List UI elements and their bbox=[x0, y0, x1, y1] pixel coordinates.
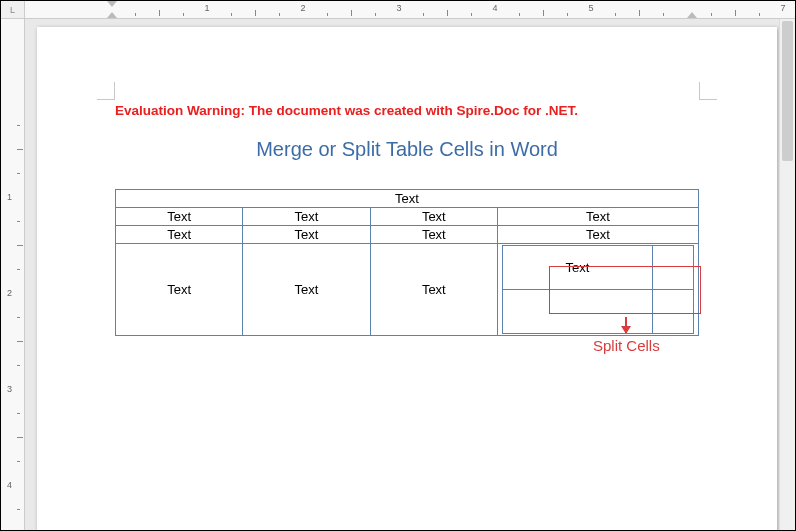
ruler-h-num: 1 bbox=[204, 3, 209, 13]
margin-corner-top-right bbox=[699, 82, 717, 100]
table-cell-split[interactable] bbox=[652, 290, 693, 334]
ruler-h-num: 2 bbox=[300, 3, 305, 13]
table-cell[interactable]: Text bbox=[116, 226, 243, 244]
ruler-h-num: 4 bbox=[492, 3, 497, 13]
ruler-corner: L bbox=[1, 1, 25, 19]
ruler-v-num: 1 bbox=[7, 192, 12, 202]
horizontal-ruler[interactable]: 1 2 3 4 5 7 bbox=[25, 1, 795, 19]
ruler-v-num: 4 bbox=[7, 480, 12, 490]
ruler-h-num: 5 bbox=[588, 3, 593, 13]
right-indent-marker[interactable] bbox=[687, 12, 697, 18]
ruler-h-num: 7 bbox=[780, 3, 785, 13]
table-cell[interactable]: Text bbox=[370, 208, 497, 226]
ruler-h-num: 3 bbox=[396, 3, 401, 13]
table-cell-split-container[interactable]: Text bbox=[497, 244, 698, 336]
split-cell-inner-table[interactable]: Text bbox=[502, 245, 694, 334]
left-indent-marker[interactable] bbox=[107, 12, 117, 18]
document-title: Merge or Split Table Cells in Word bbox=[115, 138, 699, 161]
table-cell[interactable]: Text bbox=[497, 226, 698, 244]
table-cell[interactable]: Text bbox=[370, 244, 497, 336]
word-table[interactable]: Text Text Text Text Text Text Text Text … bbox=[115, 189, 699, 336]
document-viewport[interactable]: Evaluation Warning: The document was cre… bbox=[25, 19, 795, 530]
ruler-v-num: 2 bbox=[7, 288, 12, 298]
evaluation-warning-text: Evaluation Warning: The document was cre… bbox=[115, 103, 699, 118]
first-line-indent-marker[interactable] bbox=[107, 1, 117, 7]
document-page[interactable]: Evaluation Warning: The document was cre… bbox=[37, 27, 777, 530]
table-cell-split[interactable]: Text bbox=[502, 246, 652, 290]
scrollbar-thumb[interactable] bbox=[782, 21, 793, 161]
table-cell[interactable]: Text bbox=[116, 208, 243, 226]
table-cell[interactable]: Text bbox=[370, 226, 497, 244]
arrow-down-icon bbox=[625, 317, 627, 333]
margin-corner-top-left bbox=[97, 82, 115, 100]
table-cell[interactable]: Text bbox=[116, 244, 243, 336]
table-cell[interactable]: Text bbox=[497, 208, 698, 226]
table-cell[interactable]: Text bbox=[243, 226, 370, 244]
table-cell-split[interactable] bbox=[652, 246, 693, 290]
split-cells-annotation: Split Cells bbox=[593, 337, 660, 354]
table-cell[interactable]: Text bbox=[243, 208, 370, 226]
table-cell-merged[interactable]: Text bbox=[116, 190, 699, 208]
vertical-scrollbar[interactable] bbox=[779, 19, 795, 530]
table-cell[interactable]: Text bbox=[243, 244, 370, 336]
ruler-v-num: 3 bbox=[7, 384, 12, 394]
vertical-ruler[interactable]: 1 2 3 4 bbox=[1, 19, 25, 530]
